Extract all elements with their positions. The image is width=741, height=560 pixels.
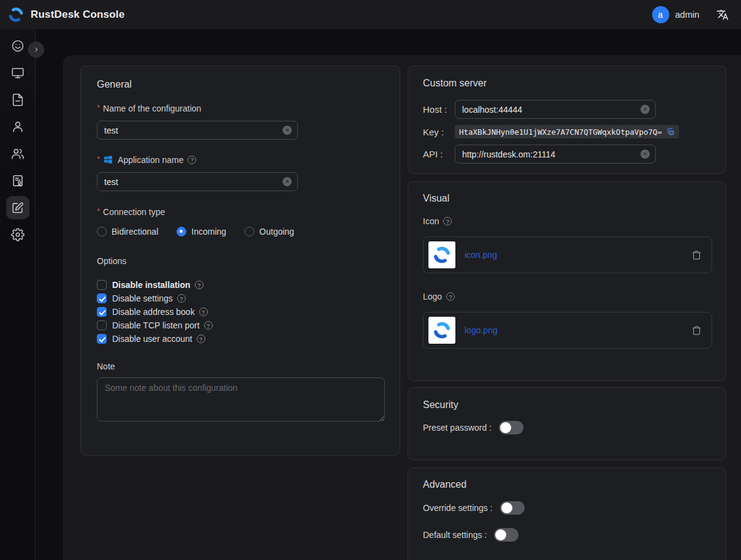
- note-label: Note: [97, 361, 384, 371]
- host-field[interactable]: [462, 105, 640, 115]
- windows-icon: [103, 154, 113, 165]
- checkbox-disable-user-account[interactable]: Disable user account ?: [97, 332, 384, 346]
- options-label: Options: [97, 256, 384, 266]
- file-text-icon: [11, 93, 25, 107]
- help-icon[interactable]: ?: [197, 335, 205, 343]
- icon-label: Icon ?: [423, 216, 711, 226]
- security-title: Security: [423, 399, 711, 411]
- checkbox-icon[interactable]: [97, 307, 107, 317]
- api-label: API :: [423, 149, 455, 159]
- sidebar-item-logs[interactable]: [6, 88, 29, 112]
- advanced-card: Advanced Override settings : Default set…: [408, 467, 726, 560]
- clear-icon[interactable]: ✕: [283, 126, 292, 135]
- app-title: RustDesk Console: [31, 9, 124, 21]
- checkbox-disable-address-book[interactable]: Disable address book ?: [97, 305, 384, 319]
- checkbox-icon[interactable]: [97, 320, 107, 330]
- server-key-value: HtaXBkJNHyn0e1U1jWXze7A7CN7QTGWqxkOtpaVp…: [459, 127, 662, 137]
- icon-file-row: icon.png: [423, 236, 712, 273]
- sidebar-item-custom-clients[interactable]: [6, 196, 29, 219]
- checkbox-icon[interactable]: [97, 280, 107, 290]
- radio-bidirectional[interactable]: Bidirectional: [97, 227, 158, 236]
- checkbox-disable-settings[interactable]: Disable settings ?: [97, 292, 384, 305]
- override-settings-toggle[interactable]: [500, 501, 525, 515]
- general-card: General * Name of the configuration ✕ * …: [80, 66, 400, 456]
- rustdesk-logo-icon: [432, 245, 452, 265]
- help-icon[interactable]: ?: [177, 294, 186, 303]
- api-field[interactable]: [462, 149, 640, 159]
- icon-preview: [428, 241, 455, 268]
- config-name-input[interactable]: ✕: [97, 121, 298, 140]
- custom-server-title: Custom server: [423, 78, 711, 89]
- rustdesk-logo-icon: [7, 6, 25, 23]
- trash-icon: [691, 325, 702, 336]
- checkbox-disable-installation[interactable]: Disable installation ?: [97, 278, 384, 292]
- app-name-field[interactable]: [104, 177, 283, 187]
- general-title: General: [97, 79, 384, 90]
- sidebar-item-address-books[interactable]: [6, 169, 29, 192]
- help-icon[interactable]: ?: [204, 321, 213, 330]
- audit-doc-icon: [11, 174, 25, 187]
- delete-icon-button[interactable]: [691, 250, 702, 260]
- gear-icon: [11, 228, 25, 241]
- connection-type-group: Bidirectional Incoming Outgoing: [97, 227, 384, 236]
- checkbox-icon[interactable]: [97, 293, 107, 303]
- sidebar-item-devices[interactable]: [6, 61, 29, 85]
- trash-icon: [691, 250, 702, 260]
- connection-type-label: * Connection type: [97, 207, 384, 217]
- sidebar-item-settings[interactable]: [6, 223, 29, 246]
- help-icon[interactable]: ?: [199, 308, 208, 316]
- radio-incoming[interactable]: Incoming: [177, 227, 226, 236]
- translate-icon: [716, 9, 729, 21]
- logo-label: Logo ?: [423, 292, 711, 301]
- required-marker: *: [97, 105, 100, 111]
- config-name-label: * Name of the configuration: [97, 104, 384, 113]
- top-navbar: RustDesk Console a admin: [0, 0, 741, 29]
- delete-logo-button[interactable]: [691, 325, 702, 336]
- translate-button[interactable]: [716, 9, 729, 21]
- sidebar-item-groups[interactable]: [6, 142, 29, 165]
- monitor-icon: [11, 66, 25, 80]
- sidebar-expand-button[interactable]: [28, 42, 44, 58]
- content-panel: General * Name of the configuration ✕ * …: [63, 55, 741, 560]
- custom-server-card: Custom server Host : ✕ Key : HtaXBkJNHyn…: [408, 66, 726, 174]
- app-name-input[interactable]: ✕: [97, 172, 298, 191]
- visual-card: Visual Icon ? icon.png Logo ?: [408, 181, 726, 381]
- logo-preview: [428, 317, 455, 344]
- app-name-label: * Application name ?: [97, 154, 384, 165]
- checkbox-disable-tcp-listen-port[interactable]: Disable TCP listen port ?: [97, 319, 384, 332]
- visual-title: Visual: [423, 193, 711, 204]
- checkbox-icon[interactable]: [97, 334, 107, 344]
- radio-icon[interactable]: [97, 227, 107, 236]
- advanced-title: Advanced: [423, 479, 711, 490]
- host-input[interactable]: ✕: [455, 100, 656, 119]
- user-avatar[interactable]: a: [652, 6, 669, 23]
- help-icon[interactable]: ?: [188, 156, 196, 164]
- radio-outgoing[interactable]: Outgoing: [245, 227, 294, 236]
- username[interactable]: admin: [675, 10, 700, 20]
- server-key-chip: HtaXBkJNHyn0e1U1jWXze7A7CN7QTGWqxkOtpaVp…: [455, 125, 679, 138]
- logo-file-row: logo.png: [423, 312, 712, 349]
- sidebar-item-dashboard[interactable]: [6, 34, 29, 58]
- default-settings-label: Default settings :: [423, 530, 487, 540]
- clear-icon[interactable]: ✕: [283, 177, 292, 186]
- icon-file-link[interactable]: icon.png: [465, 250, 497, 260]
- radio-icon[interactable]: [245, 227, 254, 236]
- help-icon[interactable]: ?: [195, 281, 203, 289]
- copy-key-button[interactable]: [666, 127, 675, 136]
- note-textarea[interactable]: [97, 377, 385, 422]
- copy-icon: [666, 127, 675, 136]
- sidebar-item-users[interactable]: [6, 115, 29, 138]
- clear-icon[interactable]: ✕: [640, 105, 650, 114]
- preset-password-toggle[interactable]: [499, 421, 523, 434]
- default-settings-toggle[interactable]: [494, 528, 519, 542]
- users-icon: [11, 147, 25, 161]
- api-input[interactable]: ✕: [455, 145, 656, 164]
- security-card: Security Preset password :: [408, 387, 726, 460]
- help-icon[interactable]: ?: [446, 292, 455, 301]
- config-name-field[interactable]: [104, 126, 283, 135]
- logo-file-link[interactable]: logo.png: [465, 325, 498, 335]
- options-group: Disable installation ? Disable settings …: [97, 278, 384, 346]
- help-icon[interactable]: ?: [443, 217, 452, 225]
- radio-icon[interactable]: [177, 227, 186, 236]
- clear-icon[interactable]: ✕: [640, 149, 650, 159]
